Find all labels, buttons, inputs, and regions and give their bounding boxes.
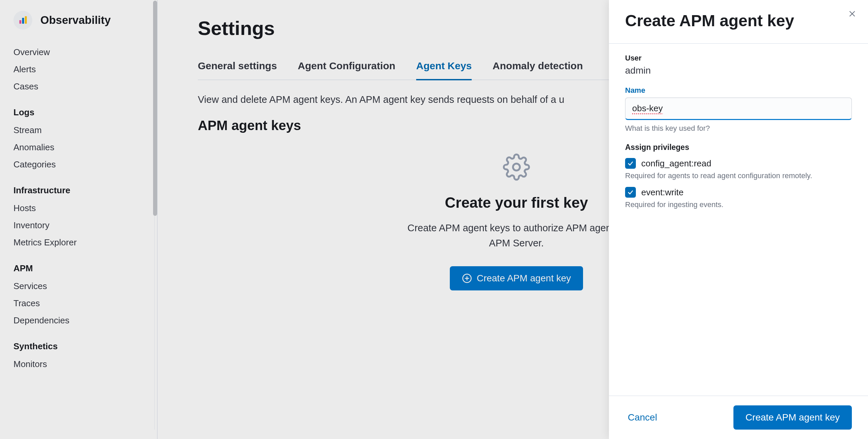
privilege-description: Required for agents to read agent config… — [625, 171, 852, 180]
name-label: Name — [625, 86, 852, 95]
nav-heading-infrastructure: Infrastructure — [13, 185, 141, 196]
nav-heading-apm: APM — [13, 263, 141, 274]
sidebar-item-dependencies[interactable]: Dependencies — [13, 312, 141, 329]
close-icon — [848, 9, 857, 18]
flyout-footer: Cancel Create APM agent key — [609, 396, 868, 439]
nav-heading-synthetics: Synthetics — [13, 341, 141, 351]
svg-rect-1 — [22, 18, 24, 24]
name-input-value: obs-key — [632, 103, 663, 113]
sidebar-item-monitors[interactable]: Monitors — [13, 356, 141, 373]
nav-group-synthetics: Synthetics Monitors — [0, 335, 154, 379]
sidebar-item-stream[interactable]: Stream — [13, 122, 141, 139]
form-row-user: User admin — [625, 54, 852, 76]
privilege-checkbox-config-agent-read[interactable] — [625, 158, 636, 169]
check-icon — [627, 160, 634, 167]
sidebar-item-cases[interactable]: Cases — [13, 78, 141, 95]
sidebar-item-alerts[interactable]: Alerts — [13, 61, 141, 78]
create-button-label: Create APM agent key — [477, 273, 571, 284]
svg-point-3 — [513, 164, 520, 171]
flyout-body: User admin Name obs-key What is this key… — [609, 44, 868, 396]
create-apm-agent-key-button[interactable]: Create APM agent key — [450, 266, 583, 291]
sidebar-item-anomalies[interactable]: Anomalies — [13, 139, 141, 156]
empty-desc-line1: Create APM agent keys to authorize APM a… — [407, 223, 625, 233]
close-flyout-button[interactable] — [846, 7, 859, 20]
nav-group-infrastructure: Infrastructure Hosts Inventory Metrics E… — [0, 179, 154, 257]
privileges-label: Assign privileges — [625, 143, 852, 152]
sidebar: Observability Overview Alerts Cases Logs… — [0, 0, 157, 439]
flyout-header: Create APM agent key — [609, 0, 868, 44]
sidebar-item-categories[interactable]: Categories — [13, 156, 141, 173]
privilege-description: Required for ingesting events. — [625, 200, 852, 209]
brand-row: Observability — [0, 9, 154, 38]
tab-agent-keys[interactable]: Agent Keys — [416, 56, 472, 80]
form-row-privileges: Assign privileges config_agent:read Requ… — [625, 143, 852, 209]
create-key-flyout: Create APM agent key User admin Name obs… — [609, 0, 868, 439]
check-icon — [627, 189, 634, 196]
privilege-config-agent-read: config_agent:read Required for agents to… — [625, 158, 852, 180]
nav-group-logs: Logs Stream Anomalies Categories — [0, 101, 154, 179]
tab-agent-configuration[interactable]: Agent Configuration — [298, 56, 395, 80]
nav-group-apm: APM Services Traces Dependencies — [0, 257, 154, 335]
tab-anomaly-detection[interactable]: Anomaly detection — [493, 56, 583, 80]
sidebar-item-hosts[interactable]: Hosts — [13, 200, 141, 217]
name-input[interactable]: obs-key — [625, 98, 852, 120]
nav-heading-logs: Logs — [13, 107, 141, 117]
sidebar-item-services[interactable]: Services — [13, 278, 141, 295]
flyout-title: Create APM agent key — [625, 11, 852, 30]
observability-icon — [13, 11, 32, 30]
name-help-text: What is this key used for? — [625, 124, 852, 133]
sidebar-scrollbar[interactable] — [153, 1, 157, 216]
sidebar-item-inventory[interactable]: Inventory — [13, 217, 141, 234]
plus-circle-icon — [462, 273, 472, 283]
nav-group-top: Overview Alerts Cases — [0, 38, 154, 101]
privilege-event-write: event:write Required for ingesting event… — [625, 187, 852, 209]
privilege-name: event:write — [641, 187, 684, 198]
user-value: admin — [625, 65, 852, 76]
tab-general-settings[interactable]: General settings — [198, 56, 277, 80]
svg-rect-0 — [20, 20, 22, 24]
privilege-name: config_agent:read — [641, 158, 711, 169]
user-label: User — [625, 54, 852, 63]
svg-rect-2 — [25, 16, 27, 24]
submit-create-key-button[interactable]: Create APM agent key — [734, 405, 852, 430]
form-row-name: Name obs-key What is this key used for? — [625, 86, 852, 133]
empty-desc-line2: APM Server. — [489, 238, 544, 248]
sidebar-item-metrics-explorer[interactable]: Metrics Explorer — [13, 234, 141, 251]
privilege-checkbox-event-write[interactable] — [625, 187, 636, 198]
sidebar-item-overview[interactable]: Overview — [13, 44, 141, 61]
sidebar-item-traces[interactable]: Traces — [13, 295, 141, 312]
gear-icon — [503, 153, 530, 181]
brand-title: Observability — [40, 14, 111, 27]
cancel-button[interactable]: Cancel — [625, 407, 660, 428]
